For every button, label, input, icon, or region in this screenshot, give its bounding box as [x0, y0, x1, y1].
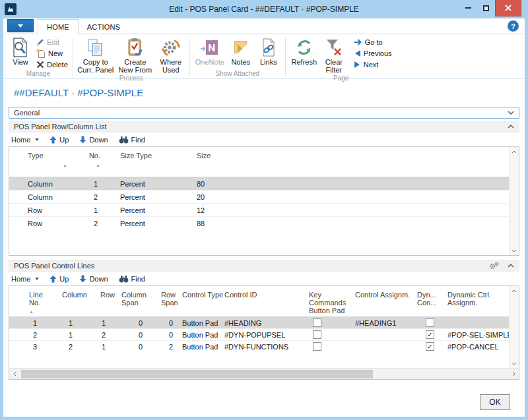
cell-column-span[interactable]: 0 [110, 331, 147, 339]
cell-column[interactable]: 1 [44, 319, 77, 327]
cell-row-span[interactable]: 0 [147, 331, 178, 339]
cell-line-no[interactable]: 3 [9, 343, 44, 351]
table-row[interactable]: Column1Percent80 [9, 177, 519, 190]
cell-row[interactable]: 2 [77, 331, 110, 339]
cell-row-span[interactable]: 0 [147, 319, 178, 327]
create-new-from-button[interactable]: Create New From [116, 36, 155, 75]
column-header-size-type[interactable]: Size Type [103, 152, 197, 177]
cell-size[interactable]: 88 [197, 220, 263, 227]
toolbar-down-button[interactable]: Down [79, 136, 108, 144]
cell-size-type[interactable]: Percent [103, 220, 197, 227]
table-row[interactable]: Column2Percent20 [9, 190, 519, 203]
cell-dynamic-ctrl-assignm[interactable]: #POP-CANCEL [442, 343, 519, 351]
scroll-right-arrow[interactable] [508, 371, 519, 376]
cell-row[interactable]: 1 [77, 319, 110, 327]
table-row[interactable]: Row2Percent88 [9, 216, 519, 229]
cell-size[interactable]: 80 [197, 180, 263, 188]
next-button[interactable]: Next [352, 59, 394, 70]
refresh-button[interactable]: Refresh [288, 36, 320, 66]
cell-line-no[interactable]: 1 [9, 319, 44, 327]
scroll-down-arrow[interactable] [510, 359, 519, 368]
scrollbar-thumb[interactable] [21, 370, 373, 378]
app-menu-button[interactable] [7, 19, 34, 32]
cell-control-assignm[interactable]: #HEADING1 [355, 319, 416, 327]
cell-no[interactable]: 2 [73, 220, 103, 227]
cell-no[interactable]: 1 [73, 180, 103, 188]
cell-row-span[interactable]: 2 [147, 343, 178, 351]
cell-type[interactable]: Row [9, 220, 73, 227]
scroll-down-arrow[interactable] [510, 246, 519, 255]
onenote-button[interactable]: OneNote [193, 36, 227, 66]
previous-button[interactable]: Previous [352, 47, 394, 59]
fasttab-general[interactable]: General [9, 107, 519, 119]
cell-no[interactable]: 1 [73, 206, 103, 214]
column-header-key-commands[interactable]: Key Commands Button Pad [308, 291, 355, 316]
customize-gears-icon[interactable] [489, 262, 500, 270]
cell-type[interactable]: Row [9, 206, 73, 214]
edit-button[interactable]: Edit [34, 36, 70, 47]
column-header-dyn-con[interactable]: Dyn... Con... [416, 291, 442, 316]
minimize-button[interactable] [459, 0, 477, 16]
cell-size-type[interactable]: Percent [103, 206, 197, 214]
horizontal-scrollbar[interactable] [9, 368, 519, 379]
column-header-size[interactable]: Size [197, 152, 263, 177]
table-row[interactable]: 21200Button Pad#DYN-POPUPSEL✓#POP-SEL-SI… [9, 328, 519, 340]
toolbar-home-menu[interactable]: Home [11, 275, 39, 283]
cell-column-span[interactable]: 0 [110, 343, 147, 351]
fasttab-control-lines[interactable]: POS Panel Control Lines [9, 260, 519, 272]
new-button[interactable]: New [34, 47, 70, 59]
column-header-control-id[interactable]: Control ID [224, 291, 308, 316]
help-button[interactable]: ? [508, 20, 519, 32]
delete-button[interactable]: Delete [34, 59, 70, 70]
cell-size-type[interactable]: Percent [103, 193, 197, 201]
cell-control-id[interactable]: #HEADING [224, 319, 308, 327]
dyn-con-checkbox[interactable] [426, 318, 434, 327]
key-commands-checkbox[interactable] [313, 342, 321, 351]
toolbar-up-button[interactable]: Up [50, 275, 69, 283]
scroll-up-arrow[interactable] [510, 286, 519, 295]
toolbar-up-button[interactable]: Up [50, 136, 69, 144]
cell-no[interactable]: 2 [73, 193, 103, 201]
cell-line-no[interactable]: 2 [9, 331, 44, 339]
cell-column[interactable]: 1 [44, 331, 77, 339]
toolbar-down-button[interactable]: Down [79, 275, 108, 283]
cell-control-id[interactable]: #DYN-FUNCTIONS [224, 343, 308, 351]
cell-size-type[interactable]: Percent [103, 180, 197, 188]
cell-type[interactable]: Column [9, 180, 73, 188]
column-header-column[interactable]: Column [44, 291, 77, 316]
table-row[interactable]: 11100Button Pad#HEADING#HEADING1 [9, 316, 519, 328]
app-logo-icon[interactable] [5, 3, 16, 15]
ok-button[interactable]: OK [480, 394, 510, 410]
table-row[interactable]: 32102Button Pad#DYN-FUNCTIONS✓#POP-CANCE… [9, 340, 519, 352]
toolbar-home-menu[interactable]: Home [11, 136, 39, 144]
maximize-button[interactable] [477, 0, 495, 16]
key-commands-checkbox[interactable] [313, 318, 321, 327]
copy-to-curr-panel-button[interactable]: Copy to Curr. Panel [76, 36, 116, 75]
fasttab-row-column-list[interactable]: POS Panel Row/Column List [9, 121, 519, 133]
cell-row[interactable]: 1 [77, 343, 110, 351]
column-header-row-span[interactable]: Row Span [147, 291, 178, 316]
cell-type[interactable]: Column [9, 193, 73, 201]
where-used-button[interactable]: Where Used [155, 36, 187, 75]
dyn-con-checkbox[interactable]: ✓ [426, 342, 434, 351]
toolbar-find-button[interactable]: Find [119, 136, 145, 144]
cell-control-type[interactable]: Button Pad [178, 331, 224, 339]
tab-actions[interactable]: ACTIONS [79, 20, 129, 34]
toolbar-find-button[interactable]: Find [119, 275, 145, 283]
column-header-control-assignm[interactable]: Control Assignm. [355, 291, 416, 316]
links-button[interactable]: Links [255, 36, 282, 66]
cell-control-id[interactable]: #DYN-POPUPSEL [224, 331, 308, 339]
cell-size[interactable]: 20 [197, 193, 263, 201]
key-commands-checkbox[interactable] [313, 330, 321, 339]
cell-column[interactable]: 2 [44, 343, 77, 351]
cell-dynamic-ctrl-assignm[interactable]: #POP-SEL-SIMPLE [442, 331, 519, 339]
column-header-no[interactable]: No. ▲ [73, 152, 103, 177]
column-header-line-no[interactable]: Line No. ▲ [9, 291, 44, 316]
tab-home[interactable]: HOME [38, 19, 79, 34]
goto-button[interactable]: Go to [352, 36, 394, 47]
cell-control-type[interactable]: Button Pad [178, 319, 224, 327]
view-button[interactable]: View [7, 36, 34, 66]
notes-button[interactable]: Notes [227, 36, 255, 66]
table-row[interactable]: Row1Percent12 [9, 203, 519, 216]
scroll-left-arrow[interactable] [9, 371, 20, 376]
